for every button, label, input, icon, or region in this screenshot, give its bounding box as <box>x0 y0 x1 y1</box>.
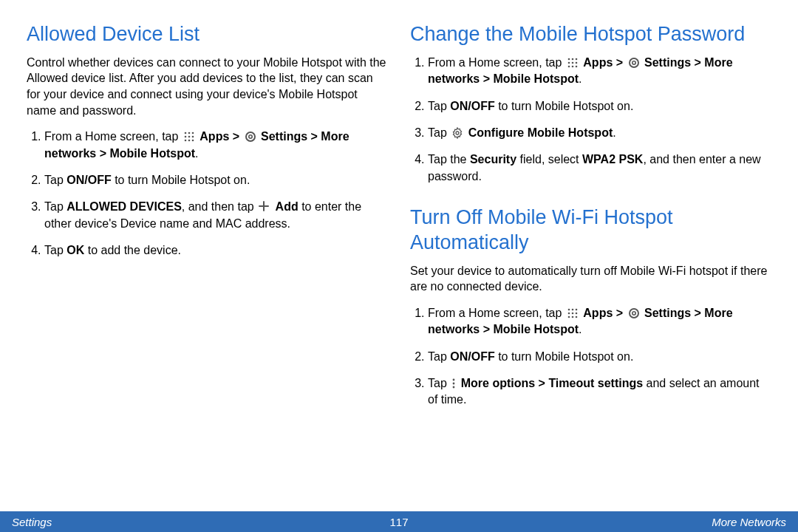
svg-point-35 <box>453 382 455 384</box>
step-text: Tap <box>428 100 450 112</box>
svg-point-0 <box>185 132 187 134</box>
step-item: Tap the Security field, select WPA2 PSK,… <box>428 151 771 185</box>
svg-point-22 <box>456 132 459 134</box>
section-intro: Control whether devices can connect to y… <box>27 55 388 118</box>
step-text: to turn Mobile Hotspot on. <box>495 100 634 112</box>
security-label: Security <box>470 153 516 166</box>
step-text: Tap the <box>428 153 470 166</box>
step-item: From a Home screen, tap Apps > Settings … <box>44 129 388 162</box>
step-text: field, select <box>516 153 582 166</box>
step-text: . <box>195 147 198 160</box>
apps-grid-icon <box>183 131 195 143</box>
svg-point-14 <box>568 61 570 64</box>
apps-grid-icon <box>567 307 579 319</box>
svg-point-28 <box>576 312 578 314</box>
allowed-devices-label: ALLOWED DEVICES <box>66 200 182 213</box>
settings-gear-icon <box>628 57 640 69</box>
step-item: Tap ON/OFF to turn Mobile Hotspot on. <box>44 172 388 188</box>
step-text: to turn Mobile Hotspot on. <box>495 350 634 363</box>
step-text: . <box>579 72 582 85</box>
manual-page: Allowed Device List Control whether devi… <box>0 0 798 532</box>
svg-point-29 <box>568 316 570 318</box>
step-item: Tap ON/OFF to turn Mobile Hotspot on. <box>428 349 771 365</box>
svg-point-6 <box>185 140 187 142</box>
right-column: Change the Mobile Hotspot Password From … <box>410 22 771 419</box>
svg-point-1 <box>188 132 191 134</box>
step-text: to add the device. <box>84 244 181 256</box>
svg-point-3 <box>185 136 187 138</box>
section-title-change-password: Change the Mobile Hotspot Password <box>410 22 771 47</box>
step-item: Tap ON/OFF to turn Mobile Hotspot on. <box>428 98 771 115</box>
svg-point-26 <box>568 312 570 314</box>
more-options-label: More options > Timeout settings <box>461 377 643 389</box>
step-text: Tap <box>44 174 66 186</box>
svg-point-32 <box>630 309 638 318</box>
svg-point-17 <box>568 65 570 67</box>
step-item: From a Home screen, tap Apps > Settings … <box>428 55 771 88</box>
svg-point-15 <box>572 61 574 64</box>
svg-point-9 <box>246 132 255 141</box>
footer-page-number: 117 <box>0 516 798 528</box>
step-text: Tap <box>44 244 66 256</box>
step-item: Tap More options > Timeout settings and … <box>428 375 771 409</box>
content-columns: Allowed Device List Control whether devi… <box>0 0 798 419</box>
gear-icon <box>451 127 463 139</box>
svg-point-5 <box>192 136 194 138</box>
step-text: Tap <box>428 126 450 139</box>
step-text: From a Home screen, tap <box>428 307 565 319</box>
svg-point-19 <box>576 65 578 67</box>
step-item: From a Home screen, tap Apps > Settings … <box>428 305 771 338</box>
svg-point-18 <box>572 65 574 67</box>
svg-point-13 <box>576 58 578 60</box>
add-label: Add <box>276 200 299 213</box>
svg-point-8 <box>192 140 194 142</box>
svg-point-2 <box>192 132 194 134</box>
svg-point-36 <box>453 386 455 388</box>
steps-list: From a Home screen, tap Apps > Settings … <box>410 55 771 185</box>
svg-point-33 <box>632 311 635 314</box>
step-text: . <box>613 126 615 139</box>
step-text: , and then tap <box>182 200 257 213</box>
step-item: Tap ALLOWED DEVICES, and then tap Add to… <box>44 199 388 232</box>
onoff-label: ON/OFF <box>66 174 111 186</box>
svg-point-4 <box>188 136 191 138</box>
steps-list: From a Home screen, tap Apps > Settings … <box>410 305 771 409</box>
svg-point-27 <box>572 312 574 314</box>
section-title-turnoff-auto: Turn Off Mobile Wi-Fi Hotspot Automatica… <box>410 205 771 256</box>
more-options-icon <box>451 378 456 389</box>
step-text: Tap <box>44 200 66 213</box>
apps-label: Apps > <box>583 56 626 69</box>
plus-icon <box>259 201 270 213</box>
svg-point-20 <box>630 58 638 67</box>
ok-label: OK <box>66 244 84 256</box>
step-item: Tap OK to add the device. <box>44 242 388 259</box>
steps-list: From a Home screen, tap Apps > Settings … <box>27 129 388 259</box>
onoff-label: ON/OFF <box>450 100 494 112</box>
svg-point-31 <box>576 316 578 318</box>
step-text: From a Home screen, tap <box>44 130 182 143</box>
svg-point-25 <box>576 308 578 310</box>
svg-point-23 <box>568 308 570 310</box>
left-column: Allowed Device List Control whether devi… <box>27 22 388 419</box>
step-text: to turn Mobile Hotspot on. <box>112 174 250 186</box>
settings-gear-icon <box>245 131 256 143</box>
apps-label: Apps > <box>583 307 626 319</box>
step-text: Tap <box>428 350 450 363</box>
section-intro: Set your device to automatically turn of… <box>410 263 771 295</box>
step-item: Tap Configure Mobile Hotspot. <box>428 125 771 141</box>
configure-label: Configure Mobile Hotspot <box>468 126 613 139</box>
settings-gear-icon <box>628 307 640 319</box>
svg-point-12 <box>572 58 574 60</box>
onoff-label: ON/OFF <box>450 350 494 363</box>
svg-point-7 <box>188 140 191 142</box>
svg-point-10 <box>248 135 251 138</box>
svg-point-21 <box>632 61 635 64</box>
apps-label: Apps > <box>200 130 242 143</box>
wpa2-label: WPA2 PSK <box>582 153 643 166</box>
step-text: From a Home screen, tap <box>428 56 565 69</box>
page-footer: Settings 117 More Networks <box>0 511 798 532</box>
step-text: Tap <box>428 377 450 389</box>
svg-point-34 <box>453 378 455 381</box>
step-text: . <box>579 323 582 335</box>
section-title-allowed-device-list: Allowed Device List <box>27 22 388 47</box>
